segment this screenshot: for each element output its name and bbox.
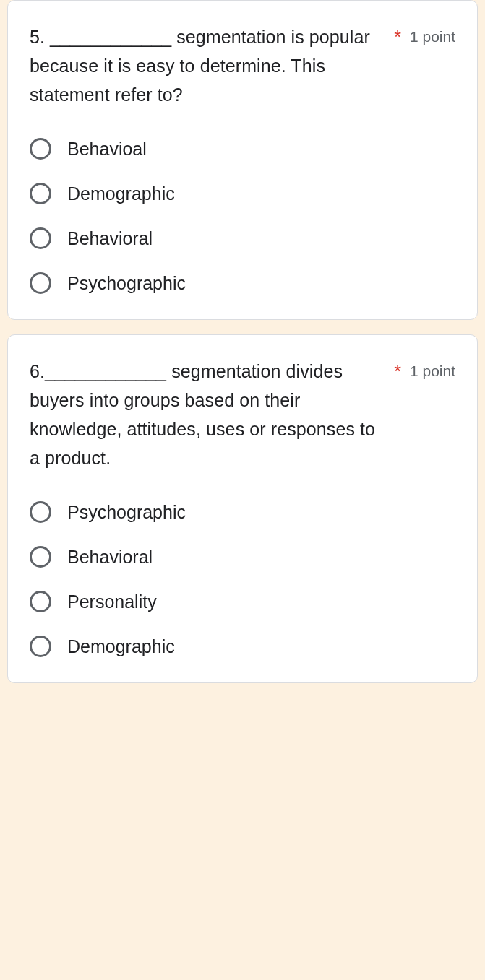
radio-icon [30, 272, 51, 294]
radio-icon [30, 501, 51, 523]
radio-icon [30, 546, 51, 568]
radio-icon [30, 591, 51, 612]
radio-icon [30, 183, 51, 204]
radio-icon [30, 227, 51, 249]
option-label: Behavioral [67, 228, 153, 249]
radio-icon [30, 138, 51, 160]
question-header: 5. ____________ segmentation is popular … [30, 22, 455, 109]
required-indicator: * [394, 22, 401, 51]
option-label: Psychographic [67, 273, 186, 294]
option-demographic[interactable]: Demographic [30, 636, 455, 657]
option-behavioal[interactable]: Behavioal [30, 138, 455, 160]
option-label: Behavioral [67, 547, 153, 568]
question-text: 6.____________ segmentation divides buye… [30, 357, 385, 472]
option-label: Demographic [67, 636, 175, 657]
question-header: 6.____________ segmentation divides buye… [30, 357, 455, 472]
option-behavioral[interactable]: Behavioral [30, 227, 455, 249]
options-list: Psychographic Behavioral Personality Dem… [30, 501, 455, 657]
question-card-6: 6.____________ segmentation divides buye… [7, 334, 478, 683]
options-list: Behavioal Demographic Behavioral Psychog… [30, 138, 455, 294]
points-label: 1 point [410, 22, 455, 51]
required-indicator: * [394, 357, 401, 386]
question-card-5: 5. ____________ segmentation is popular … [7, 0, 478, 320]
option-behavioral[interactable]: Behavioral [30, 546, 455, 568]
option-label: Demographic [67, 183, 175, 204]
option-psychographic[interactable]: Psychographic [30, 501, 455, 523]
radio-icon [30, 636, 51, 657]
points-label: 1 point [410, 357, 455, 386]
option-label: Behavioal [67, 139, 147, 160]
option-label: Psychographic [67, 502, 186, 523]
option-psychographic[interactable]: Psychographic [30, 272, 455, 294]
question-text: 5. ____________ segmentation is popular … [30, 22, 385, 109]
option-demographic[interactable]: Demographic [30, 183, 455, 204]
option-personality[interactable]: Personality [30, 591, 455, 612]
option-label: Personality [67, 591, 157, 612]
